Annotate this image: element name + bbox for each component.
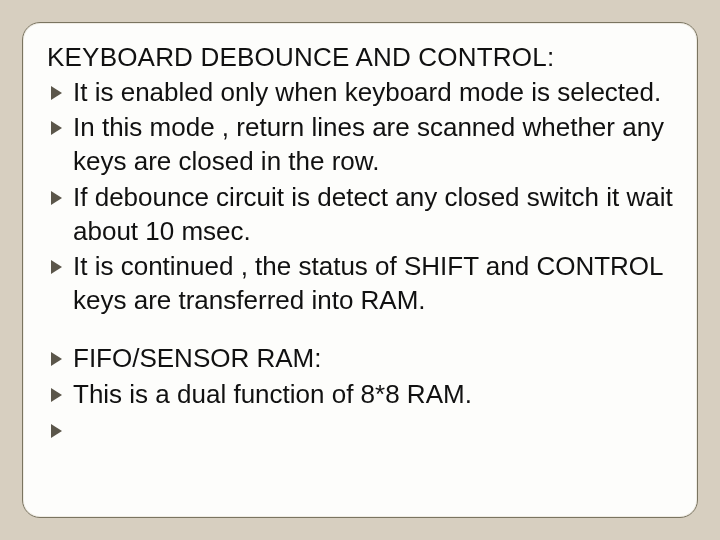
- list-item: It is continued , the status of SHIFT an…: [47, 250, 677, 318]
- list-item: If debounce circuit is detect any closed…: [47, 181, 677, 249]
- list-item: [47, 414, 677, 434]
- bullet-text: It is enabled only when keyboard mode is…: [73, 77, 661, 107]
- list-item: In this mode , return lines are scanned …: [47, 111, 677, 179]
- bullet-text: FIFO/SENSOR RAM:: [73, 343, 321, 373]
- slide-heading: KEYBOARD DEBOUNCE AND CONTROL:: [47, 41, 677, 74]
- bullet-text: In this mode , return lines are scanned …: [73, 112, 664, 176]
- bullet-text: This is a dual function of 8*8 RAM.: [73, 379, 472, 409]
- bullet-group-2: FIFO/SENSOR RAM: This is a dual function…: [47, 342, 677, 434]
- list-item: FIFO/SENSOR RAM:: [47, 342, 677, 376]
- slide-card: KEYBOARD DEBOUNCE AND CONTROL: It is ena…: [22, 22, 698, 518]
- list-item: It is enabled only when keyboard mode is…: [47, 76, 677, 110]
- bullet-text: It is continued , the status of SHIFT an…: [73, 251, 663, 315]
- bullet-group-1: It is enabled only when keyboard mode is…: [47, 76, 677, 319]
- spacer: [47, 320, 677, 342]
- bullet-text: If debounce circuit is detect any closed…: [73, 182, 673, 246]
- list-item: This is a dual function of 8*8 RAM.: [47, 378, 677, 412]
